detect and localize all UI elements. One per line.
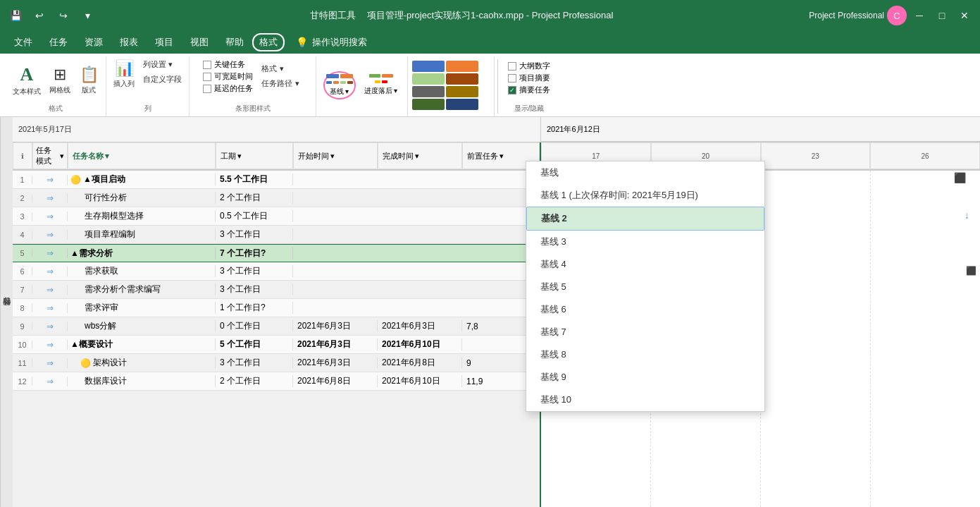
slippage-btn[interactable]: 进度落后 ▾ xyxy=(361,73,401,97)
gridlines-btn[interactable]: ⊞ 网格线 xyxy=(46,64,73,97)
gantt-connector-1: ⬛ xyxy=(954,172,966,183)
col-header-mode[interactable]: 任务模式▾ xyxy=(32,142,68,169)
save-icon[interactable]: 💾 xyxy=(6,6,25,25)
date-header-right: 2021年6月12日 xyxy=(541,117,980,142)
table-row-selected[interactable]: 5 ⇒ ▲需求分析 7 个工作日? xyxy=(13,244,540,262)
bar-style-5[interactable] xyxy=(412,86,445,97)
baseline-dropdown-btn[interactable]: 基线 ▾ xyxy=(323,71,356,99)
row-num-10: 10 xyxy=(13,341,32,349)
col-header-duration[interactable]: 工期▾ xyxy=(216,142,293,169)
baseline-item-10[interactable]: 基线 10 xyxy=(526,389,764,411)
summary-tasks-label: 摘要任务 xyxy=(519,85,550,95)
menu-task[interactable]: 任务 xyxy=(41,33,76,51)
summary-tasks-cb[interactable]: ✓ 摘要任务 xyxy=(508,85,550,95)
table-row[interactable]: 11 ⇒ 🟡 架构设计 3 个工作日 2021年6月3日 2021年6月8日 9 xyxy=(13,354,540,372)
row-duration-2: 2 个工作日 xyxy=(216,192,293,204)
outline-number-checkbox[interactable] xyxy=(508,62,516,71)
baseline-item-2[interactable]: 基线 2 xyxy=(526,207,764,231)
text-style-btn[interactable]: A 文本样式 xyxy=(10,63,44,98)
project-summary-label: 项目摘要 xyxy=(519,73,550,83)
row-duration-9: 0 个工作日 xyxy=(216,320,293,332)
ribbon-separator xyxy=(497,59,498,114)
bar-style-6[interactable] xyxy=(446,86,478,97)
baseline-item-1[interactable]: 基线 1 (上次保存时间: 2021年5月19日) xyxy=(526,184,764,207)
maximize-icon[interactable]: □ xyxy=(932,6,952,25)
table-row[interactable]: 3 ⇒ 生存期模型选择 0.5 个工作日 xyxy=(13,207,540,226)
project-summary-checkbox[interactable] xyxy=(508,74,516,83)
redo-icon[interactable]: ↪ xyxy=(54,6,73,25)
slack-time-cb[interactable]: 可宽延时间 xyxy=(203,71,253,82)
table-row[interactable]: 12 ⇒ 数据库设计 2 个工作日 2021年6月8日 2021年6月10日 1… xyxy=(13,372,540,391)
menu-format[interactable]: 格式 xyxy=(252,33,285,51)
bar-style-8[interactable] xyxy=(446,99,478,110)
baseline-item-5[interactable]: 基线 5 xyxy=(526,276,764,298)
row-mode-8: ⇒ xyxy=(32,303,68,313)
user-avatar[interactable]: C xyxy=(887,6,907,25)
col-header-info: ℹ xyxy=(13,142,32,169)
format-btn[interactable]: 格式 ▾ xyxy=(259,62,302,75)
ribbon-format-content: A 文本样式 ⊞ 网格线 📋 版式 xyxy=(10,58,101,102)
insert-column-btn[interactable]: 📊 插入列 xyxy=(111,58,137,90)
minimize-icon[interactable]: ─ xyxy=(910,6,929,25)
table-row[interactable]: 8 ⇒ 需求评审 1 个工作日? xyxy=(13,299,540,317)
side-label[interactable]: 甘特图 xyxy=(0,117,13,507)
menu-resource[interactable]: 资源 xyxy=(76,33,111,51)
task-path-btn[interactable]: 任务路径 ▾ xyxy=(259,77,302,90)
close-icon[interactable]: ✕ xyxy=(955,6,974,25)
more-icon[interactable]: ▾ xyxy=(77,6,97,25)
ribbon-format-label: 格式 xyxy=(49,104,63,115)
bar-style-1[interactable] xyxy=(412,61,445,72)
bar-style-4[interactable] xyxy=(446,73,478,85)
menu-view[interactable]: 视图 xyxy=(182,33,217,51)
task-table: 1 ⇒ 🟡 ▲项目启动 5.5 个工作日 2 ⇒ 可行性分析 2 xyxy=(13,171,541,507)
col-header-finish[interactable]: 完成时间▾ xyxy=(378,142,462,169)
critical-tasks-checkbox[interactable] xyxy=(203,61,211,69)
critical-tasks-cb[interactable]: 关键任务 xyxy=(203,59,253,70)
table-row[interactable]: 6 ⇒ 需求获取 3 个工作日 xyxy=(13,262,540,281)
baseline-item-7[interactable]: 基线 7 xyxy=(526,321,764,343)
summary-tasks-checkbox[interactable]: ✓ xyxy=(508,86,516,94)
outline-number-cb[interactable]: 大纲数字 xyxy=(508,61,550,71)
menu-project[interactable]: 项目 xyxy=(147,33,182,51)
row-mode-2: ⇒ xyxy=(32,193,68,203)
ribbon: A 文本样式 ⊞ 网格线 📋 版式 格式 📊 插入列 列设置 ▾ 自定义字段 xyxy=(0,54,980,117)
baseline-item-6[interactable]: 基线 6 xyxy=(526,298,764,321)
table-row[interactable]: 7 ⇒ 需求分析个需求编写 3 个工作日 xyxy=(13,281,540,299)
delayed-tasks-cb[interactable]: 延迟的任务 xyxy=(203,83,253,94)
delayed-tasks-checkbox[interactable] xyxy=(203,85,211,93)
column-settings-btn[interactable]: 列设置 ▾ xyxy=(140,58,185,71)
menu-report[interactable]: 报表 xyxy=(111,33,147,51)
col-header-start[interactable]: 开始时间▾ xyxy=(293,142,378,169)
baseline-item-0[interactable]: 基线 xyxy=(526,161,764,184)
gantt-col-26: 26 xyxy=(870,142,980,169)
task-name-1: ▲项目启动 xyxy=(83,173,125,185)
row-name-9: wbs分解 xyxy=(68,320,216,332)
table-row[interactable]: 4 ⇒ 项目章程编制 3 个工作日 xyxy=(13,226,540,244)
row-mode-12: ⇒ xyxy=(32,377,68,386)
baseline-item-8[interactable]: 基线 8 xyxy=(526,343,764,366)
project-summary-cb[interactable]: 项目摘要 xyxy=(508,73,550,83)
row-mode-7: ⇒ xyxy=(32,285,68,295)
table-row[interactable]: 2 ⇒ 可行性分析 2 个工作日 xyxy=(13,189,540,207)
bar-style-2[interactable] xyxy=(446,61,478,72)
baseline-item-3[interactable]: 基线 3 xyxy=(526,231,764,253)
critical-tasks-label: 关键任务 xyxy=(214,59,245,70)
bar-style-7[interactable] xyxy=(412,99,445,110)
menu-file[interactable]: 文件 xyxy=(6,33,41,51)
row-name-6: 需求获取 xyxy=(68,265,216,277)
slack-time-checkbox[interactable] xyxy=(203,73,211,81)
title-bar: 💾 ↩ ↪ ▾ 甘特图工具 项目管理-project实现练习1-caohx.mp… xyxy=(0,0,980,31)
menu-help[interactable]: 帮助 xyxy=(217,33,252,51)
date-left-label: 2021年5月17日 xyxy=(18,124,72,135)
layout-btn[interactable]: 📋 版式 xyxy=(76,64,101,97)
bar-style-3[interactable] xyxy=(412,73,445,85)
undo-icon[interactable]: ↩ xyxy=(30,6,49,25)
baseline-item-4[interactable]: 基线 4 xyxy=(526,253,764,276)
custom-field-btn[interactable]: 自定义字段 xyxy=(140,73,185,86)
col-header-name[interactable]: 任务名称▾ xyxy=(68,142,216,169)
table-row[interactable]: 10 ⇒ ▲概要设计 5 个工作日 2021年6月3日 2021年6月10日 xyxy=(13,336,540,354)
baseline-item-9[interactable]: 基线 9 xyxy=(526,366,764,389)
table-row[interactable]: 1 ⇒ 🟡 ▲项目启动 5.5 个工作日 xyxy=(13,171,540,189)
row-duration-6: 3 个工作日 xyxy=(216,265,293,277)
table-row[interactable]: 9 ⇒ wbs分解 0 个工作日 2021年6月3日 2021年6月3日 7,8 xyxy=(13,317,540,336)
